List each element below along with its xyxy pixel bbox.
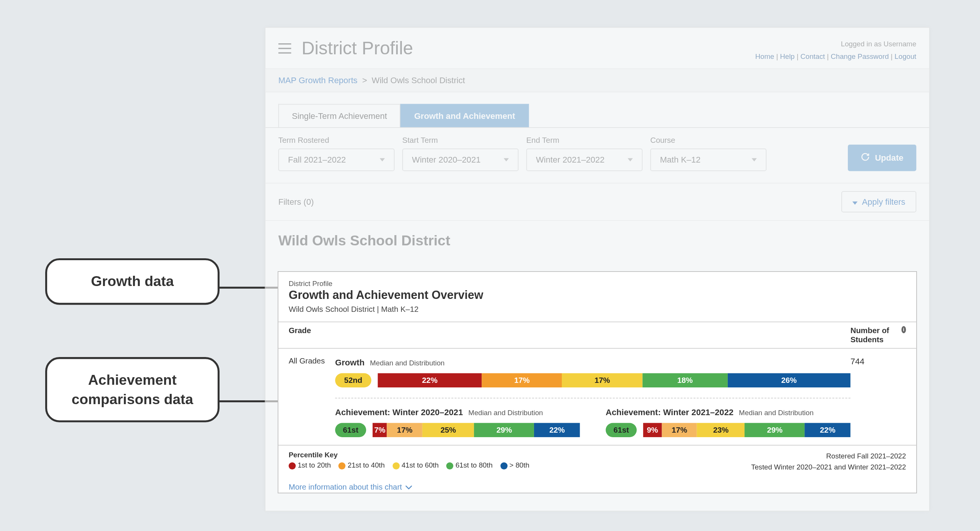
key-item: 21st to 40th <box>339 461 385 469</box>
svg-rect-2 <box>278 52 291 54</box>
achievement-bar: 9%17%23%29%22% <box>643 423 851 437</box>
achievement-segment: 29% <box>745 423 805 437</box>
breadcrumb-root[interactable]: MAP Growth Reports <box>278 76 358 86</box>
achievement-row: Achievement: Winter 2020–2021 Median and… <box>335 406 851 441</box>
select-start-term[interactable]: Winter 2020–2021 <box>402 149 519 172</box>
caret-down-icon <box>380 158 385 162</box>
info-icon[interactable]: i <box>901 326 906 334</box>
growth-bar: 22%17%17%18%26% <box>378 374 851 388</box>
achievement-segment: 22% <box>805 423 851 437</box>
growth-segment: 22% <box>378 374 482 388</box>
select-course-value: Math K–12 <box>660 155 700 165</box>
growth-segment: 26% <box>727 374 851 388</box>
achievement-segment: 7% <box>372 423 387 437</box>
growth-segment: 17% <box>562 374 643 388</box>
update-button[interactable]: Update <box>848 145 916 171</box>
achievement-segment: 22% <box>535 423 580 437</box>
page-title: District Profile <box>302 38 413 59</box>
overview-card: District Profile Growth and Achievement … <box>278 271 917 493</box>
hamburger-icon[interactable] <box>278 43 291 56</box>
achievement-pill: 61st <box>606 423 637 437</box>
key-item: 1st to 20th <box>289 461 331 469</box>
key-item: > 80th <box>500 461 529 469</box>
filter-row: Term Rostered Fall 2021–2022 Start Term … <box>266 128 929 184</box>
caret-down-icon <box>627 158 633 162</box>
link-home[interactable]: Home <box>755 52 774 60</box>
achievement-bar-row: 61st9%17%23%29%22% <box>606 423 851 437</box>
achievement-segment: 23% <box>697 423 745 437</box>
key-dot-icon <box>339 462 346 469</box>
apply-filters-button[interactable]: Apply filters <box>842 191 916 213</box>
caret-down-icon <box>853 202 858 205</box>
link-change-password[interactable]: Change Password <box>831 52 889 60</box>
achievement-segment: 17% <box>387 423 422 437</box>
growth-segment: 17% <box>482 374 562 388</box>
overview-header: District Profile Growth and Achievement … <box>278 272 916 323</box>
logged-in-text: Logged in as Username <box>755 38 916 50</box>
select-course[interactable]: Math K–12 <box>650 149 767 172</box>
achievement-sub: Median and Distribution <box>739 409 813 416</box>
overview-footer: Percentile Key 1st to 20th21st to 40th41… <box>278 445 916 478</box>
filter-label-end-term: End Term <box>527 136 643 145</box>
callout-growth: Growth data <box>45 258 220 305</box>
district-heading: Wild Owls School District <box>266 221 929 256</box>
overview-title: Growth and Achievement Overview <box>289 289 906 302</box>
key-dot-icon <box>500 462 508 469</box>
percentile-key: Percentile Key 1st to 20th21st to 40th41… <box>289 451 530 469</box>
select-term-rostered[interactable]: Fall 2021–2022 <box>278 149 395 172</box>
key-title: Percentile Key <box>289 451 530 458</box>
row-grade: All Grades <box>289 356 335 441</box>
more-info-label: More information about this chart <box>289 482 402 491</box>
growth-sub: Median and Distribution <box>370 359 444 367</box>
callout-growth-label: Growth data <box>91 273 173 289</box>
footer-line-2: Tested Winter 2020–2021 and Winter 2021–… <box>751 461 906 472</box>
footer-meta: Rostered Fall 2021–2022 Tested Winter 20… <box>751 451 906 472</box>
tab-single-term[interactable]: Single-Term Achievement <box>278 104 401 127</box>
link-help[interactable]: Help <box>780 52 795 60</box>
achievement-bar: 7%17%25%29%22% <box>372 423 580 437</box>
achievement-col: Achievement: Winter 2021–2022 Median and… <box>606 406 851 441</box>
apply-filters-label: Apply filters <box>862 197 905 207</box>
caret-down-icon <box>752 158 757 162</box>
colhead-students: Number of Students i <box>851 326 906 345</box>
svg-rect-1 <box>278 48 291 49</box>
breadcrumb-current: Wild Owls School District <box>372 76 465 86</box>
more-info-link[interactable]: More information about this chart <box>278 479 916 493</box>
key-item: 41st to 60th <box>392 461 439 469</box>
key-dot-icon <box>392 462 399 469</box>
key-items: 1st to 20th21st to 40th41st to 60th61st … <box>289 461 530 469</box>
achievement-segment: 9% <box>643 423 662 437</box>
select-end-term-value: Winter 2021–2022 <box>536 155 605 165</box>
growth-bar-row: 52nd 22%17%17%18%26% <box>335 374 851 388</box>
link-contact[interactable]: Contact <box>800 52 825 60</box>
row-mid: Growth Median and Distribution 52nd 22%1… <box>335 356 851 441</box>
achievement-pill: 61st <box>335 423 366 437</box>
select-term-rostered-value: Fall 2021–2022 <box>288 155 346 165</box>
growth-segment: 18% <box>642 374 727 388</box>
filters-count: (0) <box>304 197 314 207</box>
overview-body: All Grades Growth Median and Distributio… <box>278 349 916 445</box>
growth-pill: 52nd <box>335 374 371 388</box>
overview-eyebrow: District Profile <box>289 280 906 287</box>
callout-achievement-label: Achievement comparisons data <box>72 372 193 407</box>
filter-label-term-rostered: Term Rostered <box>278 136 395 145</box>
tabs: Single-Term Achievement Growth and Achie… <box>278 104 916 127</box>
achievement-sub: Median and Distribution <box>468 409 543 416</box>
overview-column-headers: Grade Number of Students i <box>278 322 916 349</box>
achievement-label: Achievement: Winter 2021–2022 <box>606 407 733 417</box>
select-end-term[interactable]: Winter 2021–2022 <box>527 149 643 172</box>
key-dot-icon <box>289 462 296 469</box>
header-right: Logged in as Username Home | Help | Cont… <box>755 38 916 62</box>
filter-label-start-term: Start Term <box>402 136 519 145</box>
breadcrumb: MAP Growth Reports > Wild Owls School Di… <box>266 70 929 93</box>
colhead-students-label: Number of Students <box>851 326 899 345</box>
filters-bar: Filters (0) Apply filters <box>266 183 929 221</box>
overview-subtitle: Wild Owls School District | Math K–12 <box>289 305 906 314</box>
link-logout[interactable]: Logout <box>894 52 916 60</box>
achievement-bar-row: 61st7%17%25%29%22% <box>335 423 580 437</box>
app-header: District Profile Logged in as Username H… <box>266 28 929 69</box>
filters-label: Filters <box>278 197 301 207</box>
tab-growth-achievement[interactable]: Growth and Achievement <box>401 104 529 127</box>
caret-down-icon <box>504 158 509 162</box>
filter-label-course: Course <box>650 136 767 145</box>
